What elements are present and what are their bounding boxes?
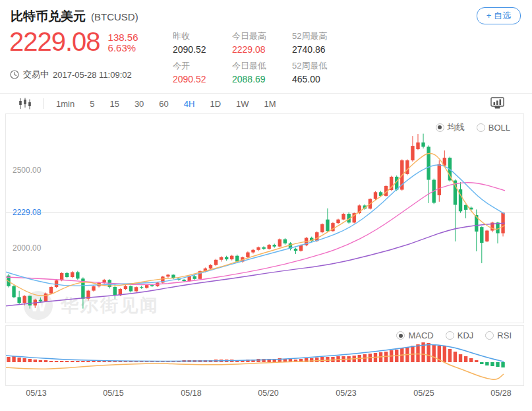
x-axis-label: 05/20 bbox=[249, 389, 288, 398]
interval-tab-15[interactable]: 15 bbox=[109, 99, 119, 109]
price-row: 2229.08 138.56 6.63% bbox=[9, 28, 138, 55]
interval-tab-4H[interactable]: 4H bbox=[184, 99, 195, 109]
quote-stats: 昨收2090.52今开2090.52今日最高2229.08今日最低2088.69… bbox=[173, 30, 378, 90]
candlestick-chart[interactable] bbox=[6, 114, 523, 323]
interval-tab-60[interactable]: 60 bbox=[159, 99, 168, 109]
radio-icon bbox=[485, 331, 494, 340]
radio-icon bbox=[446, 331, 454, 340]
y-axis-label: 2000.00 bbox=[13, 243, 41, 253]
page-title: 比特币兑美元 bbox=[11, 8, 86, 25]
toolbar-divider bbox=[44, 98, 44, 109]
overlay-radio-group: 均线 BOLL bbox=[424, 121, 510, 133]
stat-label: 今日最高 bbox=[232, 30, 292, 42]
chart-toolbar: 1min51530604H1D1W1M bbox=[0, 93, 532, 113]
indicator-radio-group: MACD KDJ RSI bbox=[384, 331, 512, 340]
x-axis-label: 05/13 bbox=[16, 389, 56, 398]
interval-tab-1W[interactable]: 1W bbox=[236, 99, 249, 109]
stat-item: 今日最高2229.08 bbox=[232, 30, 292, 60]
interval-tab-1D[interactable]: 1D bbox=[210, 99, 221, 109]
ticker-symbol: (BTCUSD) bbox=[91, 11, 138, 22]
x-axis: 05/1305/1505/1805/2005/2305/2505/28 bbox=[0, 389, 532, 400]
stat-label: 今日最低 bbox=[232, 60, 292, 72]
ma-radio[interactable]: 均线 bbox=[436, 121, 465, 133]
stat-label: 52周最低 bbox=[292, 60, 378, 72]
x-axis-label: 05/23 bbox=[326, 389, 366, 398]
macd-radio[interactable]: MACD bbox=[396, 331, 433, 340]
radio-selected-icon bbox=[436, 123, 444, 132]
y-axis-label: 2500.00 bbox=[13, 166, 41, 175]
stat-item: 昨收2090.52 bbox=[173, 30, 232, 60]
y-axis-current-price-label: 2229.08 bbox=[13, 208, 41, 217]
price-change: 138.56 bbox=[108, 32, 138, 43]
stat-value: 2088.69 bbox=[232, 74, 292, 84]
current-price: 2229.08 bbox=[9, 28, 100, 55]
stat-label: 昨收 bbox=[173, 30, 232, 42]
interval-tab-30[interactable]: 30 bbox=[134, 99, 144, 109]
stat-item: 52周最低465.00 bbox=[292, 60, 378, 90]
x-axis-label: 05/25 bbox=[404, 389, 444, 398]
stat-value: 465.00 bbox=[292, 74, 378, 84]
stat-item: 今日最低2088.69 bbox=[232, 60, 292, 90]
rsi-radio[interactable]: RSI bbox=[485, 331, 512, 340]
interval-tab-1M[interactable]: 1M bbox=[264, 99, 276, 109]
x-axis-label: 05/15 bbox=[94, 389, 133, 398]
stat-value: 2229.08 bbox=[232, 44, 292, 55]
interval-tabs: 1min51530604H1D1W1M bbox=[56, 99, 291, 109]
stat-label: 52周最高 bbox=[292, 30, 378, 42]
stat-label: 今开 bbox=[173, 60, 232, 72]
interval-tab-1min[interactable]: 1min bbox=[56, 99, 74, 109]
candlestick-icon[interactable] bbox=[18, 98, 32, 110]
interval-tab-5[interactable]: 5 bbox=[90, 99, 94, 109]
main-chart-panel[interactable]: W 华尔街见闻 2500.00 2229.08 2000.00 均线 BOLL bbox=[5, 113, 524, 323]
stat-item: 52周最高2740.86 bbox=[292, 30, 378, 60]
stat-value: 2090.52 bbox=[173, 74, 232, 84]
x-axis-label: 05/18 bbox=[171, 389, 211, 398]
chart-settings-icon[interactable] bbox=[490, 97, 504, 110]
x-axis-label: 05/28 bbox=[481, 389, 521, 398]
boll-radio[interactable]: BOLL bbox=[477, 123, 510, 133]
indicator-panel[interactable]: MACD KDJ RSI bbox=[5, 325, 524, 386]
header-title-row: 比特币兑美元 (BTCUSD) bbox=[11, 8, 138, 25]
radio-selected-icon bbox=[396, 331, 405, 340]
kdj-radio[interactable]: KDJ bbox=[446, 331, 474, 340]
trading-app: 比特币兑美元 (BTCUSD) + 自选 2229.08 138.56 6.63… bbox=[0, 0, 532, 411]
stat-value: 2090.52 bbox=[173, 44, 232, 55]
stat-value: 2740.86 bbox=[292, 44, 378, 55]
stat-item: 今开2090.52 bbox=[173, 60, 232, 90]
price-change-block: 138.56 6.63% bbox=[108, 32, 138, 53]
clock-icon bbox=[10, 70, 19, 79]
radio-icon bbox=[477, 123, 485, 132]
price-change-pct: 6.63% bbox=[108, 43, 138, 53]
trading-status: 交易中 bbox=[23, 69, 49, 80]
add-watchlist-button[interactable]: + 自选 bbox=[477, 7, 521, 24]
quote-datetime: 2017-05-28 11:09:02 bbox=[53, 70, 132, 80]
status-row: 交易中 2017-05-28 11:09:02 bbox=[10, 69, 132, 80]
